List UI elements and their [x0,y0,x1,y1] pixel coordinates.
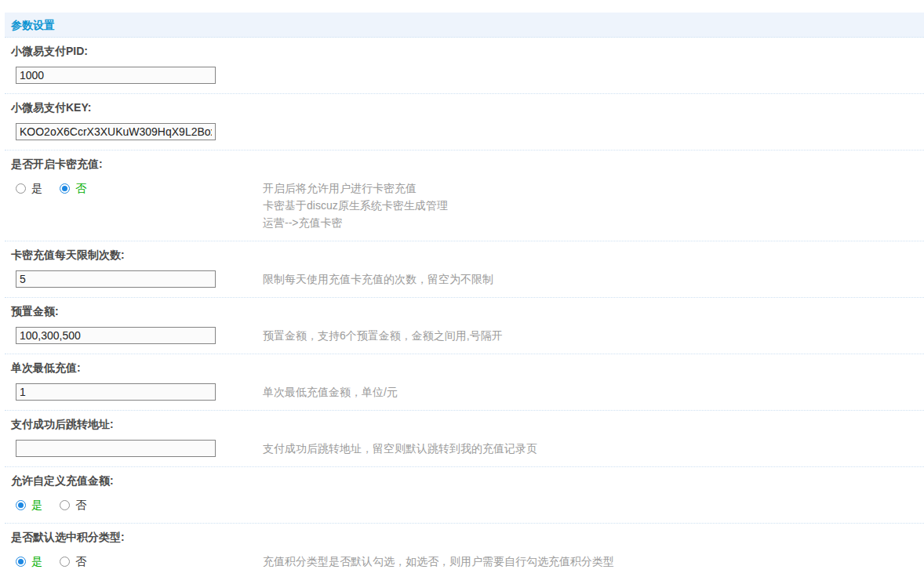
form-row: 小微易支付KEY: [5,94,924,151]
field-help-text: 卡密基于discuz原生系统卡密生成管理 [263,197,924,214]
field-help-text: 充值积分类型是否默认勾选，如选否，则用户需要自行勾选充值积分类型 [263,553,924,570]
form-row: 支付成功后跳转地址:支付成功后跳转地址，留空则默认跳转到我的充值记录页 [5,411,924,467]
field-input[interactable] [16,270,216,288]
field-help-text: 支付成功后跳转地址，留空则默认跳转到我的充值记录页 [263,440,924,457]
radio-unchecked-icon[interactable] [60,557,70,567]
field-label: 是否开启卡密充值: [5,158,924,171]
radio-option[interactable]: 否 [60,182,86,194]
form-row: 预置金额:预置金额，支持6个预置金额，金额之间用,号隔开 [5,298,924,354]
field-label: 卡密充值每天限制次数: [5,248,924,262]
radio-checked-icon[interactable] [16,557,26,567]
radio-option-label: 是 [31,555,42,568]
radio-group: 是否 [16,180,263,197]
form-row: 小微易支付PID: [5,38,924,94]
field-label: 单次最低充值: [5,361,924,375]
field-label: 小微易支付PID: [5,45,924,58]
radio-checked-icon[interactable] [60,183,70,194]
field-label: 支付成功后跳转地址: [5,418,924,431]
radio-checked-icon[interactable] [16,500,26,510]
section-title: 参数设置 [5,13,924,38]
field-input[interactable] [16,383,216,401]
field-input[interactable] [16,327,216,344]
radio-option-label: 否 [75,182,86,194]
radio-group: 是否 [16,553,263,570]
field-help-text: 限制每天使用充值卡充值的次数，留空为不限制 [263,270,924,288]
radio-group: 是否 [16,496,263,513]
form-row: 是否默认选中积分类型:是否充值积分类型是否默认勾选，如选否，则用户需要自行勾选充… [5,524,924,573]
field-label: 预置金额: [5,305,924,318]
field-help-text: 单次最低充值金额，单位/元 [263,383,924,401]
radio-option[interactable]: 否 [60,555,86,568]
field-label: 允许自定义充值金额: [5,474,924,488]
form-row: 卡密充值每天限制次数:限制每天使用充值卡充值的次数，留空为不限制 [5,241,924,298]
radio-option-label: 否 [75,555,86,568]
field-label: 是否默认选中积分类型: [5,531,924,544]
form-row: 单次最低充值:单次最低充值金额，单位/元 [5,354,924,411]
settings-panel: 参数设置 小微易支付PID:小微易支付KEY:是否开启卡密充值:是否开启后将允许… [5,0,924,573]
field-input[interactable] [16,67,216,84]
field-input[interactable] [16,123,216,140]
field-help-text: 运营-->充值卡密 [263,214,924,231]
form-row: 是否开启卡密充值:是否开启后将允许用户进行卡密充值卡密基于discuz原生系统卡… [5,151,924,241]
radio-option[interactable]: 否 [60,499,86,511]
radio-option-label: 否 [75,499,86,511]
radio-unchecked-icon[interactable] [60,500,70,510]
form-row: 允许自定义充值金额:是否 [5,467,924,524]
radio-option[interactable]: 是 [16,182,42,194]
radio-option-label: 是 [31,182,42,194]
radio-option-label: 是 [31,499,42,511]
radio-option[interactable]: 是 [16,555,42,568]
field-help-text: 开启后将允许用户进行卡密充值 [263,180,924,197]
field-input[interactable] [16,440,216,457]
radio-option[interactable]: 是 [16,499,42,511]
settings-form: 小微易支付PID:小微易支付KEY:是否开启卡密充值:是否开启后将允许用户进行卡… [5,38,924,573]
radio-unchecked-icon[interactable] [16,183,26,194]
field-label: 小微易支付KEY: [5,101,924,114]
field-help-text: 预置金额，支持6个预置金额，金额之间用,号隔开 [263,327,924,344]
